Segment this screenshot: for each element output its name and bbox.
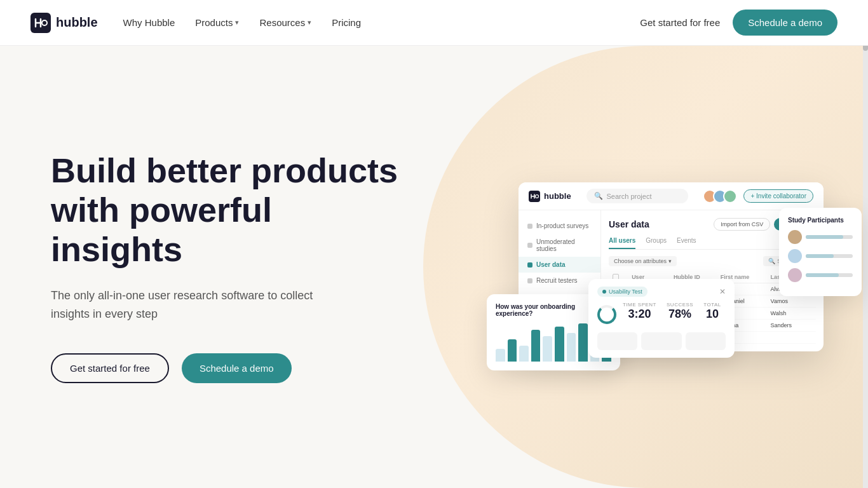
usability-card-3 [686, 332, 726, 350]
stat-time: TIME SPENT 3:20 [623, 302, 656, 321]
participant-bar-fill-3 [806, 273, 839, 277]
hero-buttons: Get started for free Schedule a demo [51, 353, 407, 383]
schedule-demo-nav-button[interactable]: Schedule a demo [733, 10, 837, 36]
participants-mockup: Study Participants [779, 208, 862, 296]
participant-avatar-3 [788, 268, 802, 282]
nav-links: Why Hubble Products ▾ Resources ▾ Pricin… [123, 17, 361, 28]
nav-resources[interactable]: Resources ▾ [259, 17, 311, 28]
nav-right: Get started for free Schedule a demo [640, 10, 837, 36]
usability-close-button[interactable]: ✕ [719, 287, 726, 296]
dashboard-search[interactable]: 🔍 Search project [587, 189, 688, 203]
nav-pricing[interactable]: Pricing [332, 17, 361, 28]
sidebar-item-user-data[interactable]: User data [519, 257, 600, 273]
usability-body: TIME SPENT 3:20 SUCCESS 78% TOTAL 10 [597, 302, 726, 327]
participant-bar-container-1 [806, 235, 853, 239]
stat-success: SUCCESS 78% [667, 302, 693, 321]
nav-left: hubble Why Hubble Products ▾ Resources ▾… [31, 13, 361, 33]
participant-row-1 [788, 230, 853, 244]
participants-title: Study Participants [788, 217, 853, 224]
scrollbar[interactable] [863, 0, 868, 488]
usability-card-1 [597, 332, 637, 350]
chart-bar-1 [508, 339, 517, 362]
participant-bar-1 [806, 235, 853, 239]
choose-attributes-button[interactable]: Choose on attributes ▾ [609, 256, 677, 266]
search-icon: 🔍 [594, 192, 603, 200]
participant-bar-fill-1 [806, 235, 843, 239]
tab-all-users[interactable]: All users [609, 237, 635, 249]
participant-bar-fill-2 [806, 254, 834, 258]
dashboard-logo: hubble [529, 191, 571, 202]
participant-bar-container-2 [806, 254, 853, 258]
sidebar-dot-unmoderated [527, 243, 532, 248]
dashboard-header: hubble 🔍 Search project + Invite collabo… [519, 182, 824, 210]
nav-why-hubble[interactable]: Why Hubble [123, 17, 175, 28]
stat-total: TOTAL 10 [703, 302, 721, 321]
hero-content: Build better products with powerful insi… [51, 151, 407, 384]
mockup-container: hubble 🔍 Search project + Invite collabo… [487, 182, 855, 351]
usability-card-2 [641, 332, 681, 350]
tab-groups[interactable]: Groups [646, 237, 667, 249]
hero-title: Build better products with powerful insi… [51, 151, 407, 269]
invite-collaborator-button[interactable]: + Invite collaborator [743, 189, 813, 203]
sidebar-dot-recruit [527, 278, 532, 283]
dashboard-header-right: + Invite collaborator [703, 189, 813, 203]
usability-cards [597, 332, 726, 350]
usability-header: Usability Test ✕ [597, 287, 726, 297]
chart-bar-2 [519, 346, 529, 362]
table-cell-3-3: Sanders [767, 320, 816, 332]
avatar-group [703, 189, 737, 203]
table-cell-4-3 [767, 332, 816, 344]
usability-badge: Usability Test [597, 287, 648, 297]
hero-visual: hubble 🔍 Search project + Invite collabo… [487, 182, 855, 351]
dashboard-main-title: User data [609, 219, 649, 229]
chart-bar-0 [496, 349, 505, 362]
sidebar-item-surveys[interactable]: In-product surveys [519, 218, 600, 234]
sidebar-item-unmoderated[interactable]: Unmoderated studies [519, 234, 600, 257]
hero-subtitle: The only all-in-one user research softwa… [51, 287, 330, 323]
sidebar-dot-surveys [527, 224, 532, 229]
table-cell-1-3: Vamos [767, 295, 816, 308]
chart-bar-5 [555, 327, 564, 362]
participant-avatar-2 [788, 249, 802, 263]
tab-events[interactable]: Events [677, 237, 696, 249]
chart-bar-7 [578, 323, 588, 362]
schedule-demo-hero-button[interactable]: Schedule a demo [182, 353, 292, 383]
get-started-text-button[interactable]: Get started for free [640, 17, 720, 28]
logo-text: hubble [56, 15, 98, 30]
resources-chevron-icon: ▾ [308, 18, 311, 27]
chart-bar-3 [531, 330, 541, 362]
hubble-logo-icon [31, 13, 51, 33]
import-csv-button[interactable]: Import from CSV [714, 218, 770, 231]
participant-bar-2 [806, 254, 853, 258]
hero-section: Build better products with powerful insi… [0, 46, 868, 488]
chart-bar-4 [543, 336, 552, 362]
dashboard-logo-text: hubble [544, 191, 571, 201]
dashboard-logo-icon [529, 191, 540, 202]
get-started-hero-button[interactable]: Get started for free [51, 353, 169, 383]
usability-stats: TIME SPENT 3:20 SUCCESS 78% TOTAL 10 [623, 302, 721, 321]
logo[interactable]: hubble [31, 13, 98, 33]
navigation: hubble Why Hubble Products ▾ Resources ▾… [0, 0, 868, 46]
products-chevron-icon: ▾ [235, 18, 239, 27]
avatar-3 [723, 189, 737, 203]
participant-row-3 [788, 268, 853, 282]
participant-bar-3 [806, 273, 853, 277]
table-cell-2-3: Walsh [767, 308, 816, 320]
usability-mockup: Usability Test ✕ TIME SPENT 3:20 SUCCESS… [588, 279, 735, 358]
nav-products[interactable]: Products ▾ [195, 17, 239, 28]
usability-donut-chart [597, 305, 616, 324]
participant-row-2 [788, 249, 853, 263]
chart-bar-6 [567, 333, 576, 362]
participant-bar-container-3 [806, 273, 853, 277]
sidebar-dot-userdata [527, 262, 532, 268]
participant-avatar-1 [788, 230, 802, 244]
usability-dot [602, 290, 606, 294]
